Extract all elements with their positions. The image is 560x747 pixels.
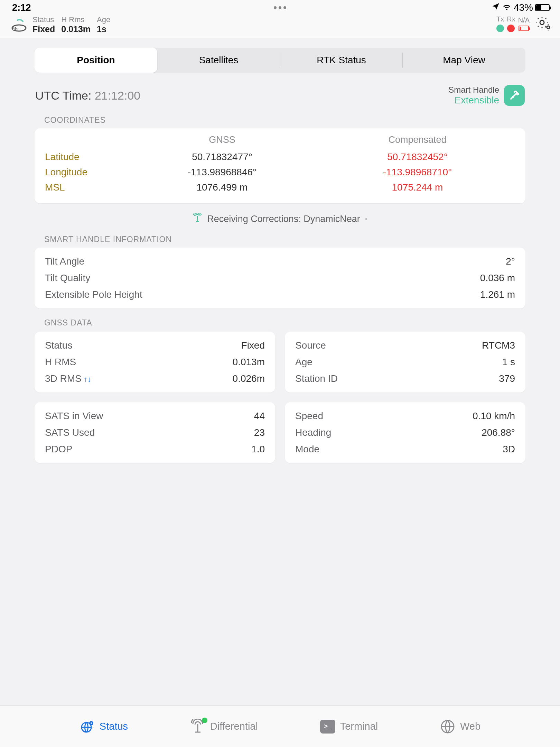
terminal-icon: >_ [320,719,335,734]
status-label: Status [32,15,55,24]
row-age: Age1 s [295,354,515,370]
corrections-text: Receiving Corrections: DynamicNear [207,214,360,224]
ellipsis-icon [274,6,286,9]
corrections-status[interactable]: Receiving Corrections: DynamicNear • [35,213,525,225]
smart-handle-button[interactable]: Smart Handle Extensible [448,85,525,106]
row-sats-used: SATS Used23 [45,424,265,441]
coord-row-latitude: Latitude 50.71832477° 50.71832452° [45,149,515,165]
updown-icon: ↑↓ [84,375,91,384]
chevron-dot-icon: • [365,215,367,223]
globe-pin-icon [80,719,95,734]
tabbar-web-label: Web [460,721,480,732]
ios-status-bar: 2:12 43% [0,0,560,15]
tab-satellites[interactable]: Satellites [157,48,280,73]
app-header: EOS Status Fixed H Rms 0.013m Age 1s Tx … [0,15,560,38]
hrms-value: 0.013m [61,24,91,34]
row-speed: Speed0.10 km/h [295,408,515,424]
tx-label: Tx [496,15,504,23]
gnss-panel-2: SATS in View44 SATS Used23 PDOP1.0 [35,402,275,463]
svg-text:EOS: EOS [12,28,18,30]
gnss-data-grid: StatusFixed H RMS0.013m 3D RMS↑↓0.026m S… [35,332,525,463]
gnss-header: GNSS [124,135,320,145]
row-source: SourceRTCM3 [295,337,515,354]
row-tilt-angle: Tilt Angle2° [45,253,515,270]
bottom-tabbar: Status Differential >_ Terminal Web [0,706,560,747]
row-pole-height: Extensible Pole Height1.261 m [45,286,515,303]
tab-rtk-status[interactable]: RTK Status [280,48,403,73]
tab-position[interactable]: Position [35,48,157,73]
rx-indicator [507,25,515,32]
antenna-icon [193,213,202,225]
wifi-icon [502,2,512,13]
coord-row-msl: MSL 1076.499 m 1075.244 m [45,180,515,195]
svg-point-5 [512,96,513,96]
location-icon [492,2,500,13]
main-content: Position Satellites RTK Status Map View … [0,38,560,463]
compensated-header: Compensated [320,135,515,145]
tabbar-status[interactable]: Status [80,719,128,734]
svg-point-9 [91,722,92,724]
status-value: Fixed [32,24,55,34]
row-hrms: H RMS0.013m [45,354,265,370]
gnss-panel-0: StatusFixed H RMS0.013m 3D RMS↑↓0.026m [35,332,275,393]
tabbar-differential-label: Differential [210,721,258,732]
utc-time: UTC Time: 21:12:00 [35,89,140,102]
device-battery-icon [519,26,529,31]
tabbar-terminal[interactable]: >_ Terminal [320,719,378,734]
hrms-label: H Rms [61,15,91,24]
na-label: N/A [518,16,530,24]
coordinates-card: GNSS Compensated Latitude 50.71832477° 5… [35,128,525,203]
smart-handle-section-label: SMART HANDLE INFORMATION [44,235,525,244]
row-3drms: 3D RMS↑↓0.026m [45,370,265,387]
clock: 2:12 [12,2,31,13]
tab-map-view[interactable]: Map View [403,48,525,73]
smart-handle-card: Tilt Angle2° Tilt Quality0.036 m Extensi… [35,248,525,308]
svg-point-3 [540,20,544,25]
age-label: Age [97,15,110,24]
row-status: StatusFixed [45,337,265,354]
gnss-panel-1: SourceRTCM3 Age1 s Station ID379 [285,332,525,393]
row-station-id: Station ID379 [295,370,515,387]
status-badge-icon [202,718,207,723]
gnss-data-section-label: GNSS DATA [44,318,525,328]
row-heading: Heading206.88° [295,424,515,441]
gnss-panel-3: Speed0.10 km/h Heading206.88° Mode3D [285,402,525,463]
row-tilt-quality: Tilt Quality0.036 m [45,270,515,286]
view-tabs: Position Satellites RTK Status Map View [35,48,525,73]
svg-point-4 [547,26,550,29]
globe-icon [440,719,455,734]
rx-label: Rx [507,15,515,23]
tabbar-terminal-label: Terminal [340,721,378,732]
smart-handle-status: Extensible [448,95,499,106]
battery-icon [535,4,550,11]
app-logo: EOS [10,17,27,33]
tabbar-web[interactable]: Web [440,719,480,734]
coordinates-section-label: COORDINATES [44,116,525,125]
row-sats-view: SATS in View44 [45,408,265,424]
battery-pct: 43% [514,2,533,13]
row-mode: Mode3D [295,441,515,458]
settings-button[interactable] [535,16,552,32]
age-value: 1s [97,24,110,34]
coord-row-longitude: Longitude -113.98968846° -113.98968710° [45,165,515,180]
tx-indicator [496,25,504,32]
row-pdop: PDOP1.0 [45,441,265,458]
svg-point-6 [513,97,514,98]
tabbar-status-label: Status [100,721,128,732]
antenna-tabbar-icon [190,719,205,734]
smart-handle-label: Smart Handle [448,85,499,95]
smart-handle-icon [504,85,525,106]
tabbar-differential[interactable]: Differential [190,719,258,734]
